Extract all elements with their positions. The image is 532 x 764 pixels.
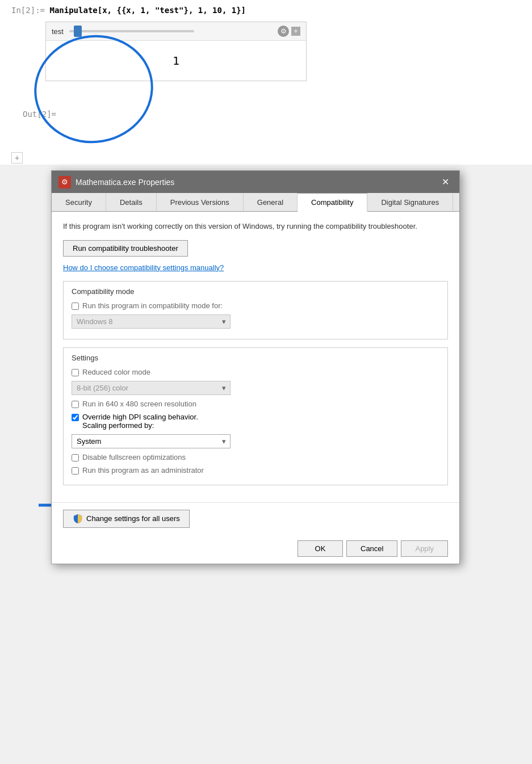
color-select-wrapper: 8-bit (256) color 16-bit color: [72, 381, 231, 395]
input-line: In[2]:= Manipulate[x, {{x, 1, "test"}, 1…: [11, 6, 521, 15]
compatibility-mode-checkbox[interactable]: [72, 303, 79, 310]
gear-button[interactable]: ⚙: [278, 26, 289, 37]
compatibility-mode-select-wrapper: Windows 8 Windows 7 Windows Vista (SP2) …: [72, 314, 231, 329]
change-settings-label: Change settings for all users: [86, 514, 180, 523]
reduced-color-label[interactable]: Reduced color mode: [82, 368, 150, 376]
dialog-app-icon: ⚙: [58, 176, 71, 188]
shield-uac-icon: [73, 514, 83, 524]
override-dpi-checkbox[interactable]: [72, 414, 79, 421]
titlebar-left: ⚙ Mathematica.exe Properties: [58, 176, 174, 188]
tab-digital-signatures[interactable]: Digital Signatures: [367, 193, 453, 211]
tab-security[interactable]: Security: [52, 193, 106, 211]
run-admin-checkbox-row: Run this program as an administrator: [72, 466, 439, 475]
run-640-checkbox-row: Run in 640 x 480 screen resolution: [72, 400, 439, 408]
scaling-select[interactable]: System System (Enhanced) Application: [72, 434, 231, 448]
reduced-color-checkbox-row: Reduced color mode: [72, 368, 439, 376]
disable-fullscreen-checkbox-row: Disable fullscreen optimizations: [72, 453, 439, 461]
color-dropdown-row: 8-bit (256) color 16-bit color: [72, 381, 439, 395]
override-dpi-checkbox-row: Override high DPI scaling behavior. Scal…: [72, 413, 439, 430]
compatibility-mode-select[interactable]: Windows 8 Windows 7 Windows Vista (SP2) …: [72, 314, 231, 329]
slider-track[interactable]: [69, 30, 194, 32]
run-troubleshooter-button[interactable]: Run compatibility troubleshooter: [63, 240, 188, 257]
properties-dialog: ⚙ Mathematica.exe Properties ✕ Security …: [51, 170, 460, 564]
slider-thumb[interactable]: [74, 26, 82, 37]
tab-details[interactable]: Details: [106, 193, 157, 211]
run-640-checkbox[interactable]: [72, 401, 79, 408]
override-dpi-label[interactable]: Override high DPI scaling behavior. Scal…: [82, 413, 198, 430]
tab-compatibility[interactable]: Compatibility: [298, 193, 367, 212]
compatibility-mode-dropdown-row: Windows 8 Windows 7 Windows Vista (SP2) …: [72, 314, 439, 329]
slider-container[interactable]: [69, 30, 194, 32]
dialog-titlebar: ⚙ Mathematica.exe Properties ✕: [52, 171, 459, 193]
reduced-color-checkbox[interactable]: [72, 369, 79, 376]
compatibility-mode-checkbox-row: Run this program in compatibility mode f…: [72, 301, 439, 310]
cancel-button[interactable]: Cancel: [346, 540, 397, 557]
output-label: Out[2]=: [23, 110, 56, 119]
compatibility-mode-label[interactable]: Run this program in compatibility mode f…: [82, 301, 223, 310]
scaling-dropdown-row: System System (Enhanced) Application: [72, 434, 439, 448]
change-settings-button[interactable]: Change settings for all users: [63, 510, 190, 528]
mathematica-background: In[2]:= Manipulate[x, {{x, 1, "test"}, 1…: [0, 0, 532, 165]
disable-fullscreen-checkbox[interactable]: [72, 454, 79, 461]
tab-bar: Security Details Previous Versions Gener…: [52, 193, 459, 212]
run-640-label[interactable]: Run in 640 x 480 screen resolution: [82, 400, 196, 408]
dialog-title: Mathematica.exe Properties: [76, 178, 174, 187]
dialog-actions: OK Cancel Apply: [63, 540, 448, 557]
add-cell-button[interactable]: +: [11, 152, 23, 163]
slider-label: test: [52, 27, 64, 36]
description-text: If this program isn't working correctly …: [63, 221, 448, 232]
color-select[interactable]: 8-bit (256) color 16-bit color: [72, 381, 231, 395]
settings-title: Settings: [72, 354, 439, 362]
manipulate-controls-right: ⚙ +: [278, 26, 300, 37]
dialog-content: If this program isn't working correctly …: [52, 212, 459, 502]
compatibility-mode-section: Compatibility mode Run this program in c…: [63, 281, 448, 339]
dialog-bottom: Change settings for all users OK Cancel …: [52, 502, 459, 564]
manipulate-header: test ⚙ +: [46, 22, 306, 41]
run-admin-label[interactable]: Run this program as an administrator: [82, 466, 204, 475]
ok-button[interactable]: OK: [298, 540, 343, 557]
close-button[interactable]: ✕: [438, 175, 453, 188]
input-code: Manipulate[x, {{x, 1, "test"}, 1, 10, 1}…: [49, 6, 246, 15]
compatibility-mode-title: Compatibility mode: [72, 287, 439, 296]
apply-button[interactable]: Apply: [401, 540, 448, 557]
manipulate-widget: test ⚙ + 1: [45, 22, 307, 81]
plus-button[interactable]: +: [291, 27, 300, 36]
tab-previous-versions[interactable]: Previous Versions: [157, 193, 244, 211]
scaling-select-wrapper: System System (Enhanced) Application: [72, 434, 231, 448]
disable-fullscreen-label[interactable]: Disable fullscreen optimizations: [82, 453, 186, 461]
run-admin-checkbox[interactable]: [72, 467, 79, 475]
help-link[interactable]: How do I choose compatibility settings m…: [63, 263, 448, 272]
tab-general[interactable]: General: [244, 193, 298, 211]
manipulate-body: 1: [46, 41, 306, 81]
output-value: 1: [173, 54, 179, 68]
settings-section: Settings Reduced color mode 8-bit (256) …: [63, 347, 448, 485]
manipulate-controls-left: test: [52, 27, 194, 36]
input-label: In[2]:=: [11, 6, 45, 15]
